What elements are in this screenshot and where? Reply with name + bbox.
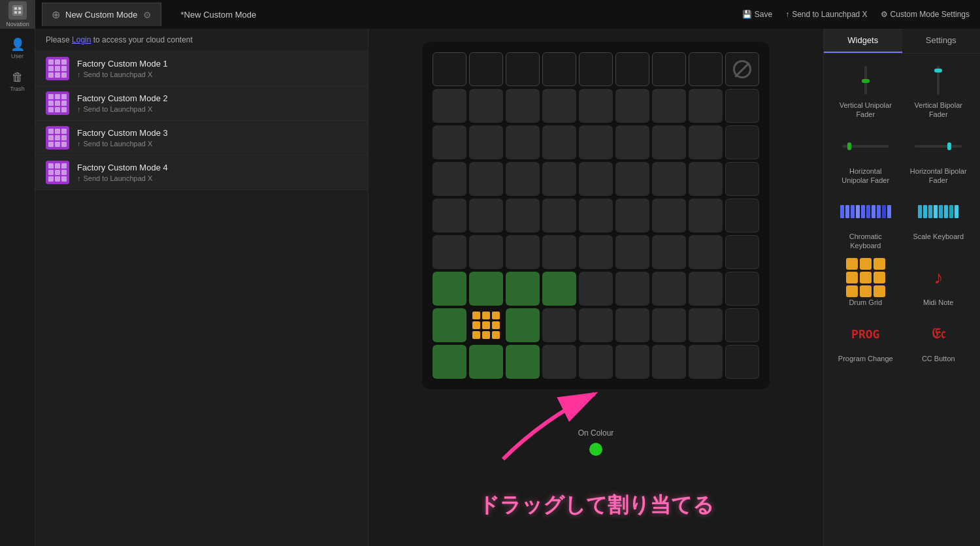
pad-2-7[interactable] bbox=[652, 308, 686, 342]
mode-item-1[interactable]: Factory Custom Mode 1 Send to Launchpad … bbox=[35, 52, 368, 86]
pad-2-8[interactable] bbox=[689, 308, 723, 342]
pad-5-8[interactable] bbox=[689, 199, 723, 233]
pad-8-6[interactable] bbox=[615, 89, 649, 123]
pad-7-2[interactable] bbox=[469, 125, 503, 159]
side-6[interactable] bbox=[725, 162, 759, 196]
pad-3-6[interactable] bbox=[615, 272, 649, 306]
pad-5-3[interactable] bbox=[506, 199, 540, 233]
pad-7-7[interactable] bbox=[652, 125, 686, 159]
pad-8-2[interactable] bbox=[469, 89, 503, 123]
side-7[interactable] bbox=[725, 125, 759, 159]
pad-5-1[interactable] bbox=[433, 199, 466, 233]
top-btn-logo[interactable] bbox=[725, 52, 759, 86]
pad-4-6[interactable] bbox=[615, 235, 649, 269]
widget-horiz-bipolar[interactable]: Horizontal BipolarFader bbox=[907, 130, 970, 185]
pad-4-8[interactable] bbox=[689, 235, 723, 269]
top-btn-2[interactable] bbox=[469, 52, 503, 86]
pad-2-1[interactable] bbox=[433, 308, 466, 342]
top-btn-7[interactable] bbox=[652, 52, 686, 86]
pad-7-1[interactable] bbox=[433, 125, 466, 159]
pad-7-8[interactable] bbox=[689, 125, 723, 159]
settings-tab[interactable]: Settings bbox=[902, 29, 981, 53]
widget-vert-unipolar[interactable]: Vertical UnipolarFader bbox=[834, 64, 897, 120]
pad-7-3[interactable] bbox=[506, 125, 540, 159]
side-4[interactable] bbox=[725, 235, 759, 269]
pad-8-1[interactable] bbox=[433, 89, 466, 123]
pad-1-2[interactable] bbox=[469, 345, 503, 379]
widget-vert-bipolar[interactable]: Vertical BipolarFader bbox=[907, 64, 970, 120]
pad-4-5[interactable] bbox=[579, 235, 613, 269]
mode-send-2[interactable]: Send to Launchpad X bbox=[77, 105, 357, 113]
pad-6-6[interactable] bbox=[615, 162, 649, 196]
pad-4-4[interactable] bbox=[542, 235, 576, 269]
pad-3-1[interactable] bbox=[433, 272, 466, 306]
top-btn-6[interactable] bbox=[615, 52, 649, 86]
pad-6-4[interactable] bbox=[542, 162, 576, 196]
pad-5-6[interactable] bbox=[615, 199, 649, 233]
mode-send-4[interactable]: Send to Launchpad X bbox=[77, 174, 357, 182]
pad-6-3[interactable] bbox=[506, 162, 540, 196]
pad-7-5[interactable] bbox=[579, 125, 613, 159]
pad-3-2[interactable] bbox=[469, 272, 503, 306]
pad-3-8[interactable] bbox=[689, 272, 723, 306]
pad-3-5[interactable] bbox=[579, 272, 613, 306]
save-button[interactable]: 💾 Save bbox=[742, 10, 772, 19]
pad-2-3[interactable] bbox=[506, 308, 540, 342]
custom-mode-settings-button[interactable]: ⚙ Custom Mode Settings bbox=[881, 10, 970, 19]
pad-6-7[interactable] bbox=[652, 162, 686, 196]
pad-1-3[interactable] bbox=[506, 345, 540, 379]
top-btn-4[interactable] bbox=[542, 52, 576, 86]
colour-dot[interactable] bbox=[589, 443, 602, 456]
pad-8-8[interactable] bbox=[689, 89, 723, 123]
side-2[interactable] bbox=[725, 308, 759, 342]
mode-item-3[interactable]: Factory Custom Mode 3 Send to Launchpad … bbox=[35, 121, 368, 155]
pad-3-7[interactable] bbox=[652, 272, 686, 306]
pad-6-8[interactable] bbox=[689, 162, 723, 196]
pad-2-6[interactable] bbox=[615, 308, 649, 342]
settings-icon[interactable]: ⚙ bbox=[143, 10, 152, 20]
pad-5-4[interactable] bbox=[542, 199, 576, 233]
widget-midi[interactable]: ♪ Midi Note bbox=[907, 261, 970, 307]
mode-send-3[interactable]: Send to Launchpad X bbox=[77, 140, 357, 148]
pad-1-1[interactable] bbox=[433, 345, 466, 379]
pad-3-4[interactable] bbox=[542, 272, 576, 306]
pad-4-2[interactable] bbox=[469, 235, 503, 269]
pad-8-5[interactable] bbox=[579, 89, 613, 123]
side-3[interactable] bbox=[725, 272, 759, 306]
sidebar-item-user[interactable]: 👤 User bbox=[5, 35, 31, 61]
send-to-launchpad-button[interactable]: ↑ Send to Launchpad X bbox=[785, 10, 867, 19]
top-btn-1[interactable] bbox=[433, 52, 466, 86]
mode-item-4[interactable]: Factory Custom Mode 4 Send to Launchpad … bbox=[35, 155, 368, 190]
pad-2-5[interactable] bbox=[579, 308, 613, 342]
pad-1-4[interactable] bbox=[542, 345, 576, 379]
pad-1-6[interactable] bbox=[615, 345, 649, 379]
pad-2-4[interactable] bbox=[542, 308, 576, 342]
side-5[interactable] bbox=[725, 199, 759, 233]
new-mode-tab[interactable]: ⊕ New Custom Mode ⚙ bbox=[42, 3, 161, 26]
widget-prog[interactable]: PROG Program Change bbox=[834, 317, 897, 363]
widget-scale[interactable]: Scale Keyboard bbox=[907, 195, 970, 251]
widget-drum-grid[interactable]: Drum Grid bbox=[834, 261, 897, 307]
top-btn-5[interactable] bbox=[579, 52, 613, 86]
pad-5-7[interactable] bbox=[652, 199, 686, 233]
widgets-tab[interactable]: Widgets bbox=[824, 29, 902, 53]
pad-3-3[interactable] bbox=[506, 272, 540, 306]
pad-7-4[interactable] bbox=[542, 125, 576, 159]
pad-6-5[interactable] bbox=[579, 162, 613, 196]
login-link[interactable]: Login bbox=[72, 35, 91, 44]
pad-8-4[interactable] bbox=[542, 89, 576, 123]
top-btn-3[interactable] bbox=[506, 52, 540, 86]
pad-8-7[interactable] bbox=[652, 89, 686, 123]
pad-5-2[interactable] bbox=[469, 199, 503, 233]
sidebar-item-trash[interactable]: 🗑 Trash bbox=[5, 68, 31, 94]
top-btn-8[interactable] bbox=[689, 52, 723, 86]
widget-horiz-unipolar[interactable]: HorizontalUnipolar Fader bbox=[834, 130, 897, 185]
pad-4-1[interactable] bbox=[433, 235, 466, 269]
side-1[interactable] bbox=[725, 345, 759, 379]
pad-1-5[interactable] bbox=[579, 345, 613, 379]
pad-7-6[interactable] bbox=[615, 125, 649, 159]
widget-chroma[interactable]: ChromaticKeyboard bbox=[834, 195, 897, 251]
pad-8-3[interactable] bbox=[506, 89, 540, 123]
mode-send-1[interactable]: Send to Launchpad X bbox=[77, 71, 357, 78]
pad-1-8[interactable] bbox=[689, 345, 723, 379]
